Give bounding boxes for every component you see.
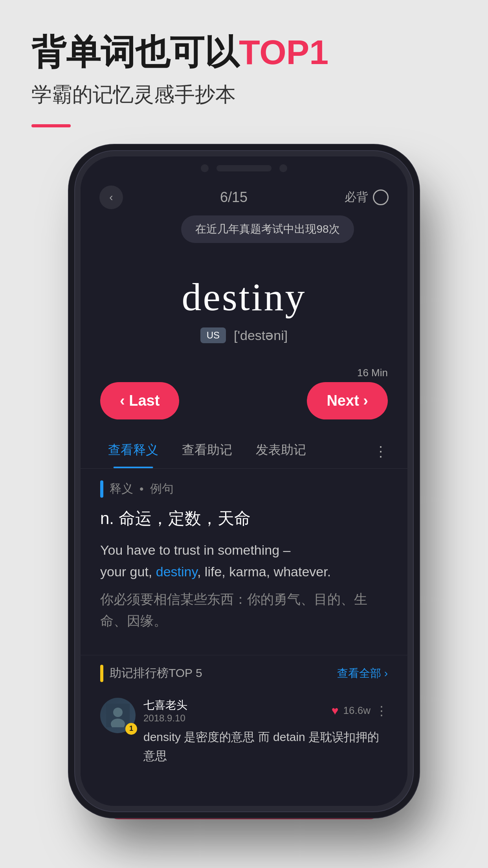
username: 七喜老头 <box>143 698 187 713</box>
phone-mockup-container: ‹ 6/15 必背 在近几年真题考试中出现98次 destiny <box>0 151 488 811</box>
view-all-label: 查看全部 <box>337 666 381 681</box>
word-display: destiny US ['destəni] <box>81 263 407 363</box>
main-headline: 背单词也可以TOP1 <box>31 31 457 73</box>
time-hint: 16 Min <box>100 367 388 379</box>
chevron-right-icon: › <box>384 667 388 680</box>
phonetic-row: US ['destəni] <box>96 327 392 343</box>
phone-screen: ‹ 6/15 必背 在近几年真题考试中出现98次 destiny <box>81 176 407 781</box>
section-title: 释义 <box>110 481 133 497</box>
more-dots-icon: ⋮ <box>374 443 388 460</box>
user-date: 2018.9.10 <box>143 713 187 724</box>
back-arrow-icon: ‹ <box>109 191 113 204</box>
like-count: 16.6w <box>343 704 371 717</box>
definition-text: n. 命运，定数，天命 <box>100 507 388 530</box>
tabs-row: 查看释义 查看助记 发表助记 ⋮ <box>81 427 407 469</box>
example-word-highlight: destiny <box>156 564 197 579</box>
phonetic-text: ['destəni] <box>234 327 288 343</box>
mnemonic-title-row: 助记排行榜TOP 5 <box>100 665 202 682</box>
screen-header: ‹ 6/15 必背 <box>81 176 407 215</box>
tab-definition[interactable]: 查看释义 <box>100 435 166 468</box>
heart-icon[interactable]: ♥ <box>332 704 339 717</box>
subheadline: 学霸的记忆灵感手抄本 <box>31 81 457 108</box>
example-english: You have to trust in something –your gut… <box>100 539 388 582</box>
tab-mnemonic-post[interactable]: 发表助记 <box>248 435 314 468</box>
blue-section-bar <box>100 480 103 498</box>
tab-mnemonic-label: 查看助记 <box>182 443 232 457</box>
camera-dot-right <box>279 164 287 172</box>
example-chinese: 你必须要相信某些东西：你的勇气、目的、生命、因缘。 <box>100 588 388 631</box>
word-main: destiny <box>96 274 392 320</box>
mnemonic-entry: 1 七喜老头 2018.9.10 ♥ 16.6w <box>100 691 388 772</box>
entry-more-icon[interactable]: ⋮ <box>375 703 388 718</box>
yellow-section-bar <box>100 665 103 682</box>
section-label-row: 释义 • 例句 <box>100 480 388 498</box>
svg-point-1 <box>113 708 123 717</box>
progress-indicator: 6/15 <box>220 189 248 206</box>
must-circle-icon <box>373 189 389 205</box>
tab-mnemonic-post-label: 发表助记 <box>256 443 306 457</box>
section-separator: • <box>139 482 144 496</box>
next-button[interactable]: Next › <box>307 382 388 419</box>
headline-suffix: TOP1 <box>239 33 328 72</box>
tab-definition-label: 查看释义 <box>108 443 158 457</box>
mnemonic-ranking-section: 助记排行榜TOP 5 查看全部 › <box>81 655 407 781</box>
rank-badge: 1 <box>125 723 137 735</box>
back-button[interactable]: ‹ <box>99 186 123 209</box>
tabs-more-button[interactable]: ⋮ <box>374 443 388 460</box>
user-name-date: 七喜老头 2018.9.10 <box>143 698 187 724</box>
tab-mnemonic-view[interactable]: 查看助记 <box>174 435 240 468</box>
mnemonic-title: 助记排行榜TOP 5 <box>110 665 202 681</box>
mnemonic-content-text: density 是密度的意思 而 detain 是耽误扣押的意思 <box>143 728 388 765</box>
user-info: 七喜老头 2018.9.10 ♥ 16.6w ⋮ density 是密度的意思 … <box>143 698 388 765</box>
user-meta-row: 七喜老头 2018.9.10 ♥ 16.6w ⋮ <box>143 698 388 724</box>
like-row: ♥ 16.6w ⋮ <box>332 703 388 718</box>
phone-top-bar <box>81 156 407 176</box>
must-label: 必背 <box>345 189 368 205</box>
view-all-button[interactable]: 查看全部 › <box>337 666 388 681</box>
tooltip-text: 在近几年真题考试中出现98次 <box>195 222 339 237</box>
last-button[interactable]: ‹ Last <box>100 382 179 419</box>
avatar-svg <box>106 704 130 727</box>
us-badge: US <box>200 327 226 343</box>
must-remember-toggle[interactable]: 必背 <box>345 189 389 205</box>
section-sub-title: 例句 <box>150 481 174 497</box>
phone-device: ‹ 6/15 必背 在近几年真题考试中出现98次 destiny <box>75 151 413 811</box>
frequency-tooltip: 在近几年真题考试中出现98次 <box>181 215 354 243</box>
speaker-grille <box>216 165 272 171</box>
decorative-line <box>31 124 71 127</box>
avatar-container: 1 <box>100 698 136 733</box>
headline-prefix: 背单词也可以 <box>31 33 239 72</box>
content-section: 释义 • 例句 n. 命运，定数，天命 You have to trust in… <box>81 469 407 655</box>
example-en-part2: , life, karma, whatever. <box>197 564 331 579</box>
camera-dot <box>201 164 209 172</box>
mnemonic-header: 助记排行榜TOP 5 查看全部 › <box>100 665 388 682</box>
app-background: 背单词也可以TOP1 学霸的记忆灵感手抄本 <box>0 0 488 127</box>
